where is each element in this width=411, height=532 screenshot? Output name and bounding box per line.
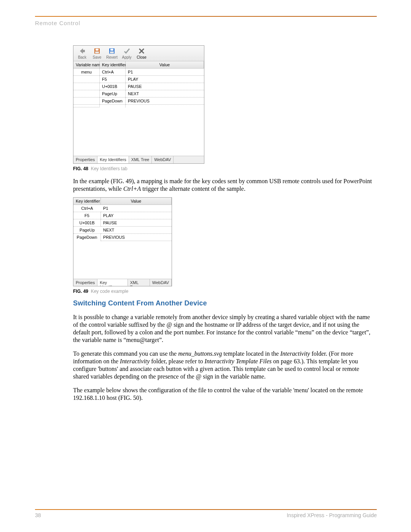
fig49-label: FIG. 49 xyxy=(73,289,88,294)
save-button[interactable]: Save xyxy=(91,48,103,59)
cell[interactable] xyxy=(73,83,100,90)
para-4: The example below shows the configuratio… xyxy=(73,387,375,402)
cell[interactable]: U+001B xyxy=(100,83,126,90)
svg-rect-3 xyxy=(95,51,99,53)
text: folder, please refer to xyxy=(150,358,204,364)
cell[interactable]: PAUSE xyxy=(126,83,204,90)
svg-rect-2 xyxy=(96,49,99,51)
fig48-col-key-identifier[interactable]: Key identifier xyxy=(100,61,126,69)
apply-button[interactable]: Apply xyxy=(121,48,132,59)
cell[interactable]: PageDown xyxy=(100,97,126,105)
cell[interactable]: U+001B xyxy=(73,219,101,227)
text: menu_buttons.svg xyxy=(178,350,222,357)
text: trigger the alternate content of the sam… xyxy=(141,185,245,192)
tab-webdav[interactable]: WebDAV xyxy=(150,279,172,286)
close-button[interactable]: Close xyxy=(136,48,147,59)
text: Interactivity Template Files xyxy=(204,358,273,364)
fig48-window: Back Save Revert xyxy=(73,45,204,164)
fig48-bottom-tabs: Properties Key Identifiers XML Tree WebD… xyxy=(73,156,204,163)
cell[interactable]: PageUp xyxy=(100,90,126,97)
svg-rect-5 xyxy=(110,49,113,51)
cell[interactable]: PLAY xyxy=(126,76,204,83)
section-title: Remote Control xyxy=(35,20,377,26)
text: To generate this command you can use the xyxy=(73,350,178,357)
back-label: Back xyxy=(78,55,86,59)
text: Interactivity xyxy=(120,358,150,364)
cell[interactable] xyxy=(100,105,126,107)
cell[interactable] xyxy=(73,97,100,105)
para-1: In the example (FIG. 49), a mapping is m… xyxy=(73,177,375,193)
close-label: Close xyxy=(137,55,147,59)
close-x-icon xyxy=(138,48,145,54)
text: Ctrl+A xyxy=(123,185,141,192)
cell[interactable]: P1 xyxy=(101,205,172,212)
cell[interactable] xyxy=(73,76,100,83)
back-arrow-icon xyxy=(79,48,86,54)
revert-floppy-icon xyxy=(108,48,115,54)
apply-check-icon xyxy=(123,48,130,54)
fig48-caption-text: Key Identifiers tab xyxy=(91,166,127,171)
fig49-window: Key identifier Value Ctrl+A P1 F5 PLAY U… xyxy=(73,197,172,286)
tab-properties[interactable]: Properties xyxy=(73,279,97,286)
cell[interactable] xyxy=(126,105,204,107)
page-footer: 38 Inspired XPress - Programming Guide xyxy=(35,509,377,518)
revert-button[interactable]: Revert xyxy=(106,48,118,59)
cell[interactable]: PREVIOUS xyxy=(126,97,204,105)
text: template located in the xyxy=(222,350,280,357)
cell[interactable]: menu xyxy=(73,69,100,76)
cell[interactable] xyxy=(73,90,100,97)
apply-label: Apply xyxy=(122,55,131,59)
tab-xml-tree[interactable]: XML Tree xyxy=(129,156,152,163)
cell[interactable] xyxy=(73,105,100,107)
top-rule xyxy=(35,16,377,17)
tab-xml-tree[interactable]: XML Tree xyxy=(128,279,150,286)
cell[interactable]: Ctrl+A xyxy=(73,205,101,212)
revert-label: Revert xyxy=(106,55,117,59)
cell[interactable]: NEXT xyxy=(126,90,204,97)
back-button[interactable]: Back xyxy=(76,48,88,59)
fig48-caption: FIG. 48 Key Identifiers tab xyxy=(73,166,375,171)
cell[interactable]: F5 xyxy=(100,76,126,83)
cell[interactable]: PREVIOUS xyxy=(101,234,172,241)
save-label: Save xyxy=(93,55,102,59)
cell[interactable]: NEXT xyxy=(101,227,172,234)
tab-key-identifiers[interactable]: Key Identifiers xyxy=(97,279,128,286)
book-title: Inspired XPress - Programming Guide xyxy=(287,512,377,518)
fig49-bottom-tabs: Properties Key Identifiers XML Tree WebD… xyxy=(73,279,172,286)
fig48-label: FIG. 48 xyxy=(73,166,88,171)
svg-marker-0 xyxy=(80,48,85,54)
fig49-col-key-identifier[interactable]: Key identifier xyxy=(73,198,101,205)
cell[interactable]: PAUSE xyxy=(101,219,172,227)
cell[interactable]: PageUp xyxy=(73,227,101,234)
fig49-col-value[interactable]: Value xyxy=(101,198,172,205)
fig49-grid: Key identifier Value Ctrl+A P1 F5 PLAY U… xyxy=(73,198,172,279)
fig49-caption-text: Key code example xyxy=(91,289,129,294)
fig48-toolbar: Back Save Revert xyxy=(73,46,204,61)
text: Interactivity xyxy=(280,350,310,357)
bottom-rule xyxy=(35,509,377,510)
subheading: Switching Content From Another Device xyxy=(73,299,375,307)
tab-properties[interactable]: Properties xyxy=(73,156,97,163)
cell[interactable]: PageDown xyxy=(73,234,101,241)
cell[interactable]: Ctrl+A xyxy=(100,69,126,76)
fig48-col-value[interactable]: Value xyxy=(126,61,204,69)
para-3: To generate this command you can use the… xyxy=(73,350,375,380)
page-number: 38 xyxy=(35,512,41,518)
fig48-grid: Variable name Key identifier Value menu … xyxy=(73,61,204,156)
fig48-col-variable-name[interactable]: Variable name xyxy=(73,61,100,69)
fig49-caption: FIG. 49 Key code example xyxy=(73,289,375,294)
cell[interactable]: P1 xyxy=(126,69,204,76)
para-2: It is possible to change a variable remo… xyxy=(73,313,375,344)
tab-key-identifiers[interactable]: Key Identifiers xyxy=(97,156,129,163)
tab-webdav[interactable]: WebDAV xyxy=(152,156,174,163)
save-floppy-icon xyxy=(94,48,100,54)
cell[interactable]: PLAY xyxy=(101,212,172,219)
cell[interactable]: F5 xyxy=(73,212,101,219)
svg-rect-6 xyxy=(110,51,114,53)
